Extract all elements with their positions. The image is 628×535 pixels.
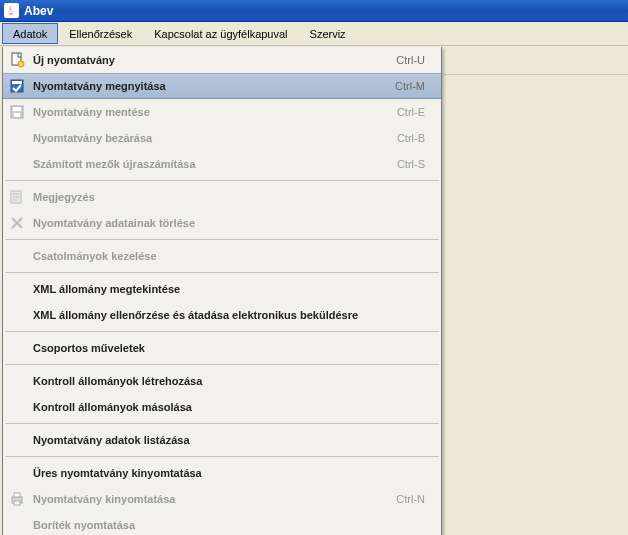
menu-label: Csatolmányok kezelése (31, 250, 425, 262)
menu-separator (5, 423, 439, 424)
svg-rect-3 (12, 81, 22, 84)
menu-shortcut: Ctrl-M (395, 80, 433, 92)
menu-batch-ops[interactable]: Csoportos műveletek (3, 335, 441, 361)
menu-shortcut: Ctrl-U (396, 54, 433, 66)
print-icon (3, 491, 31, 507)
menu-shortcut: Ctrl-B (397, 132, 433, 144)
menu-separator (5, 364, 439, 365)
svg-rect-9 (14, 493, 20, 497)
svg-rect-10 (14, 501, 20, 505)
menu-label: XML állomány ellenőrzése és átadása elek… (31, 309, 425, 321)
menu-szerviz[interactable]: Szerviz (299, 23, 357, 44)
svg-rect-5 (13, 107, 21, 111)
menu-label: Üres nyomtatvány kinyomtatása (31, 467, 425, 479)
menu-save-form: Nyomtatvány mentése Ctrl-E (3, 99, 441, 125)
menu-label: Kontroll állományok másolása (31, 401, 425, 413)
menu-kapcsolat[interactable]: Kapcsolat az ügyfélkapuval (143, 23, 298, 44)
menu-recalculate: Számított mezők újraszámítása Ctrl-S (3, 151, 441, 177)
svg-point-1 (18, 61, 24, 67)
menu-label: Boríték nyomtatása (31, 519, 425, 531)
menu-shortcut: Ctrl-S (397, 158, 433, 170)
open-icon (3, 78, 31, 94)
menu-separator (5, 456, 439, 457)
menu-label: Nyomtatvány kinyomtatása (31, 493, 396, 505)
menu-attachments: Csatolmányok kezelése (3, 243, 441, 269)
menu-label: Nyomtatvány adatok listázása (31, 434, 425, 446)
menu-label: Nyomtatvány mentése (31, 106, 397, 118)
menu-separator (5, 239, 439, 240)
menubar: Adatok Ellenőrzések Kapcsolat az ügyfélk… (0, 22, 628, 46)
menu-new-form[interactable]: Új nyomtatvány Ctrl-U (3, 47, 441, 73)
menu-ellenorzesek[interactable]: Ellenőrzések (58, 23, 143, 44)
save-icon (3, 104, 31, 120)
svg-rect-6 (14, 113, 20, 117)
menu-control-create[interactable]: Kontroll állományok létrehozása (3, 368, 441, 394)
menu-note: Megjegyzés (3, 184, 441, 210)
menu-separator (5, 180, 439, 181)
menu-xml-view[interactable]: XML állomány megtekintése (3, 276, 441, 302)
window-titlebar: Abev (0, 0, 628, 22)
menu-label: Számított mezők újraszámítása (31, 158, 397, 170)
menu-separator (5, 272, 439, 273)
menu-shortcut: Ctrl-E (397, 106, 433, 118)
menu-clear-data: Nyomtatvány adatainak törlése (3, 210, 441, 236)
menu-print-envelope: Boríték nyomtatása (3, 512, 441, 535)
toolbar-area (443, 47, 628, 75)
menu-label: Új nyomtatvány (31, 54, 396, 66)
menu-control-copy[interactable]: Kontroll állományok másolása (3, 394, 441, 420)
window-title: Abev (24, 4, 53, 18)
note-icon (3, 189, 31, 205)
menu-separator (5, 331, 439, 332)
menu-shortcut: Ctrl-N (396, 493, 433, 505)
menu-xml-submit[interactable]: XML állomány ellenőrzése és átadása elek… (3, 302, 441, 328)
dropdown-adatok: Új nyomtatvány Ctrl-U Nyomtatvány megnyi… (2, 47, 442, 535)
menu-close-form: Nyomtatvány bezárása Ctrl-B (3, 125, 441, 151)
menu-label: XML állomány megtekintése (31, 283, 425, 295)
menu-label: Nyomtatvány adatainak törlése (31, 217, 425, 229)
menu-open-form[interactable]: Nyomtatvány megnyitása Ctrl-M (3, 73, 441, 99)
java-icon (4, 3, 19, 18)
menu-label: Nyomtatvány bezárása (31, 132, 397, 144)
delete-icon (3, 215, 31, 231)
menu-label: Megjegyzés (31, 191, 425, 203)
menu-label: Kontroll állományok létrehozása (31, 375, 425, 387)
menu-label: Nyomtatvány megnyitása (31, 80, 395, 92)
menu-list-data[interactable]: Nyomtatvány adatok listázása (3, 427, 441, 453)
menu-label: Csoportos műveletek (31, 342, 425, 354)
menu-print-empty[interactable]: Üres nyomtatvány kinyomtatása (3, 460, 441, 486)
content-area (443, 75, 628, 535)
menu-print-form: Nyomtatvány kinyomtatása Ctrl-N (3, 486, 441, 512)
menu-adatok[interactable]: Adatok (2, 23, 58, 44)
new-doc-icon (3, 52, 31, 68)
